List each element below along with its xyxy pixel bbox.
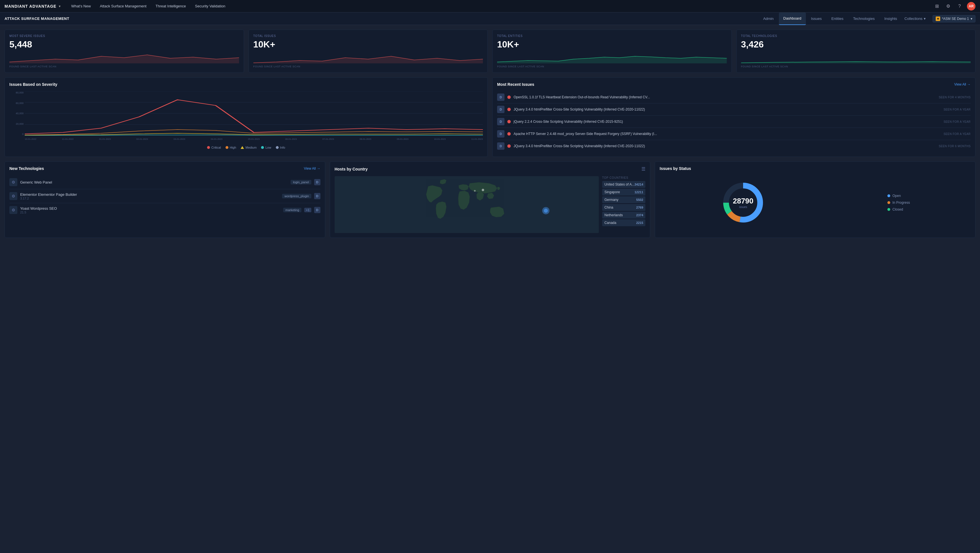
tech-tag-2: marketing [283, 208, 301, 212]
stat-value-total-issues: 10K+ [253, 39, 483, 50]
nav-item-whats-new[interactable]: What's New [67, 2, 95, 10]
tech-extra-2: +1 [304, 208, 311, 212]
svg-marker-3 [741, 62, 971, 64]
user-avatar[interactable]: AR [967, 2, 975, 11]
stat-chart-entities [497, 52, 727, 64]
nav-link-insights[interactable]: Insights [880, 13, 902, 25]
stat-footer-technologies: FOUND SINCE LAST ACTIVE SCAN [741, 65, 971, 68]
hosts-by-country-header: Hosts by Country ☰ [335, 166, 646, 172]
nav-link-collections[interactable]: Collections ▾ [902, 13, 928, 25]
issue-avatar-0: D [497, 94, 504, 101]
nav-item-threat-intel[interactable]: Threat Intelligence [152, 2, 190, 10]
stat-card-entities: TOTAL ENTITIES 10K+ FOUND SINCE LAST ACT… [492, 30, 732, 73]
tech-item-0: ⚙ Generic Web Panel login_panel D [10, 175, 320, 189]
stat-label-total-issues: TOTAL ISSUES [253, 34, 483, 38]
issue-list: D OpenSSL 1.0.1f TLS Heartbeat Extension… [497, 91, 970, 152]
tech-item-1: ⚙ Elementor Elementor Page Builder 3.17.… [10, 189, 320, 203]
nav-link-admin[interactable]: Admin [759, 13, 778, 25]
country-item-2: Germany 5502 [602, 196, 646, 203]
nav-link-issues[interactable]: Issues [807, 13, 826, 25]
stat-value-entities: 10K+ [497, 39, 727, 50]
stat-cards: MOST SEVERE ISSUES 5,448 FOUND SINCE LAS… [5, 30, 975, 73]
legend-in-progress: In Progress [888, 201, 910, 205]
recent-issues-header: Most Recent Issues View All → [497, 82, 970, 87]
chart-y-labels: 80,000 60,000 40,000 20,000 0 [10, 91, 24, 135]
nav-item-asm[interactable]: Attack Surface Management [96, 2, 151, 10]
legend-info: Info [276, 146, 285, 149]
top-nav: MANDIANT ADVANTAGE ▾ What's New Attack S… [0, 0, 980, 13]
tech-info-2: Yoast Wordpress SEO 21.5 [20, 206, 280, 214]
severity-chart-area: 80,000 60,000 40,000 20,000 0 [10, 91, 483, 142]
tech-d-btn-1[interactable]: D [314, 193, 320, 199]
tech-tag-1: wordpress_plugin [282, 194, 311, 198]
chart-x-labels: 10-01-2022 11-01-2022 01-01-2023 02-01-2… [25, 135, 483, 142]
monitor-icon[interactable]: ⊞ [933, 2, 941, 10]
issue-text-4: JQuery 3.4.0 htmlPrefilter Cross-Site Sc… [514, 144, 936, 148]
country-item-1: Singapore 12211 [602, 189, 646, 196]
stat-chart-total-issues [253, 52, 483, 64]
map-panel-content: TOP COUNTRIES United States of A... 3421… [335, 176, 646, 233]
tech-d-btn-0[interactable]: D [314, 179, 320, 185]
new-technologies-header: New Technologies View All → [10, 166, 320, 171]
tech-gear-icon-2: ⚙ [10, 206, 18, 214]
issue-time-1: SEEN FOR A YEAR [943, 108, 970, 111]
logo-chevron: ▾ [59, 4, 60, 8]
stat-label-entities: TOTAL ENTITIES [497, 34, 727, 38]
donut-label: issues [733, 206, 753, 209]
issue-item-4[interactable]: D JQuery 3.4.0 htmlPrefilter Cross-Site … [497, 140, 970, 152]
tech-name-1: Elementor Elementor Page Builder [20, 192, 279, 197]
gear-icon[interactable]: ⚙ [944, 2, 952, 10]
issue-item-0[interactable]: D OpenSSL 1.0.1f TLS Heartbeat Extension… [497, 91, 970, 104]
tech-name-0: Generic Web Panel [20, 180, 288, 185]
tech-name-2: Yoast Wordpress SEO [20, 206, 280, 210]
issue-time-4: SEEN FOR 6 MONTHS [939, 145, 970, 148]
issue-time-3: SEEN FOR A YEAR [943, 132, 970, 135]
high-dot [226, 146, 228, 149]
chart-svg [25, 91, 483, 135]
nav-link-entities[interactable]: Entities [827, 13, 848, 25]
stat-value-severe: 5,448 [10, 39, 239, 50]
hosts-by-country-title: Hosts by Country [335, 167, 368, 171]
nav-item-security-validation[interactable]: Security Validation [191, 2, 229, 10]
low-dot [261, 146, 264, 149]
page-title: ATTACK SURFACE MANAGEMENT [5, 16, 69, 21]
svg-point-13 [474, 190, 476, 192]
legend-medium: Medium [240, 146, 256, 149]
stat-footer-total-issues: FOUND SINCE LAST ACTIVE SCAN [253, 65, 483, 68]
help-icon[interactable]: ? [956, 2, 964, 10]
tech-version-1: 3.17.2 [20, 197, 279, 200]
world-map [335, 176, 599, 233]
view-all-tech-link[interactable]: View All → [304, 167, 320, 171]
issue-item-1[interactable]: D JQuery 3.4.0 htmlPrefilter Cross-Site … [497, 104, 970, 116]
nav-link-dashboard[interactable]: Dashboard [779, 13, 806, 25]
issues-by-status-panel: Issues by Status 28790 [655, 161, 975, 238]
issue-avatar-4: D [497, 142, 504, 150]
legend-critical: Critical [207, 146, 221, 149]
medium-triangle-icon [240, 146, 244, 149]
tech-item-2: ⚙ Yoast Wordpress SEO 21.5 marketing +1 … [10, 203, 320, 217]
severity-chart-panel: Issues Based on Severity 80,000 60,000 4… [5, 77, 488, 157]
stat-footer-entities: FOUND SINCE LAST ACTIVE SCAN [497, 65, 727, 68]
bottom-row: New Technologies View All → ⚙ Generic We… [5, 161, 975, 238]
tech-info-0: Generic Web Panel [20, 180, 288, 185]
issues-by-status-header: Issues by Status [660, 166, 970, 171]
instance-selector[interactable]: ★ *ASM SE Demo 1 ▾ [932, 15, 975, 22]
nav-link-technologies[interactable]: Technologies [848, 13, 879, 25]
severity-chart-title: Issues Based on Severity [10, 82, 57, 87]
tech-d-btn-2[interactable]: D [314, 207, 320, 213]
country-item-0: United States of A... 34214 [602, 181, 646, 188]
view-all-issues-link[interactable]: View All → [954, 83, 970, 86]
issue-severity-4 [508, 144, 511, 148]
country-list-header: TOP COUNTRIES [602, 176, 646, 179]
logo[interactable]: MANDIANT ADVANTAGE ▾ [5, 4, 60, 8]
issue-item-2[interactable]: D jQuery 2.2.4 Cross-Site Scripting Vuln… [497, 116, 970, 128]
logo-text: MANDIANT ADVANTAGE [5, 4, 57, 8]
donut-legend: Open In Progress Closed [888, 194, 910, 212]
issue-item-3[interactable]: D Apache HTTP Server 2.4.48 mod_proxy Se… [497, 128, 970, 140]
issue-severity-2 [508, 120, 511, 123]
legend-closed: Closed [888, 207, 910, 212]
middle-row: Issues Based on Severity 80,000 60,000 4… [5, 77, 975, 157]
stat-chart-technologies [741, 52, 971, 64]
menu-icon[interactable]: ☰ [641, 166, 645, 172]
tech-gear-icon-1: ⚙ [10, 192, 18, 200]
